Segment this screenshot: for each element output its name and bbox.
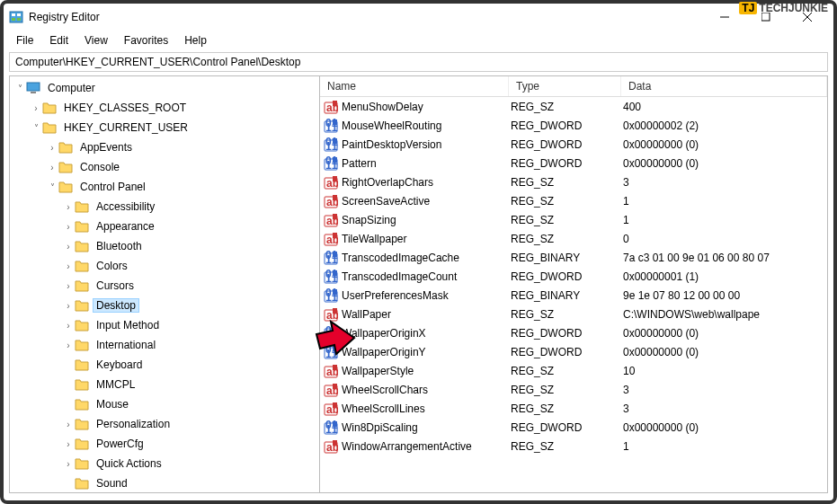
list-body[interactable]: abMenuShowDelayREG_SZ400011110MouseWheel… — [320, 97, 827, 492]
chevron-icon[interactable]: › — [62, 340, 75, 350]
svg-rect-9 — [27, 83, 40, 91]
tree-label: Colors — [93, 259, 131, 273]
value-data: 0x00000000 (0) — [623, 157, 827, 170]
svg-rect-10 — [31, 92, 36, 93]
value-type: REG_SZ — [511, 101, 623, 113]
tree-item[interactable]: ˅Computer — [10, 78, 319, 98]
menu-favorites[interactable]: Favorites — [117, 32, 175, 49]
list-row[interactable]: 011110TranscodedImageCacheREG_BINARY7a c… — [320, 248, 827, 267]
tree-item[interactable]: Keyboard — [10, 355, 319, 375]
menu-edit[interactable]: Edit — [42, 32, 76, 49]
binary-value-icon: 011110 — [324, 345, 338, 359]
list-row[interactable]: 011110WallpaperOriginXREG_DWORD0x0000000… — [320, 323, 827, 342]
list-row[interactable]: 011110UserPreferencesMaskREG_BINARY9e 1e… — [320, 286, 827, 305]
value-type: REG_DWORD — [511, 270, 623, 283]
tree-item[interactable]: ›Accessibility — [10, 197, 319, 217]
list-row[interactable]: 011110PaintDesktopVersionREG_DWORD0x0000… — [320, 135, 827, 154]
tree-label: Appearance — [93, 219, 158, 234]
tree-item[interactable]: ›Desktop — [10, 296, 319, 315]
list-row[interactable]: abWindowArrangementActiveREG_SZ1 — [320, 437, 827, 455]
chevron-icon[interactable]: ˅ — [46, 182, 58, 192]
chevron-icon[interactable]: › — [62, 202, 75, 212]
tree-item[interactable]: ›Cursors — [10, 276, 319, 296]
svg-rect-3 — [12, 18, 15, 21]
value-type: REG_DWORD — [511, 119, 623, 132]
svg-rect-37 — [333, 233, 337, 238]
value-name: WindowArrangementActive — [342, 440, 511, 453]
tree-item[interactable]: ˅Control Panel — [10, 177, 319, 197]
tree-item[interactable]: ›Input Method — [10, 315, 319, 335]
tree-item[interactable]: Mouse — [10, 394, 319, 414]
value-data: 3 — [623, 384, 827, 396]
list-row[interactable]: abTileWallpaperREG_SZ0 — [320, 229, 827, 248]
chevron-icon[interactable]: › — [62, 242, 75, 252]
value-type: REG_SZ — [511, 176, 623, 189]
menubar: File Edit View Favorites Help — [4, 31, 833, 50]
menu-file[interactable]: File — [9, 32, 40, 49]
col-name[interactable]: Name — [320, 76, 509, 96]
col-data[interactable]: Data — [621, 76, 827, 96]
tree-item[interactable]: Sound — [10, 473, 319, 492]
folder-icon — [75, 240, 89, 252]
tree-item[interactable]: ›Quick Actions — [10, 454, 319, 473]
chevron-icon[interactable]: › — [62, 301, 75, 311]
tree-item[interactable]: MMCPL — [10, 375, 319, 394]
list-row[interactable]: abWallpaperStyleREG_SZ10 — [320, 361, 827, 380]
svg-rect-49 — [333, 289, 337, 295]
value-name: Win8DpiScaling — [342, 421, 511, 434]
value-name: SnapSizing — [342, 214, 511, 226]
list-row[interactable]: abWheelScrollCharsREG_SZ3 — [320, 380, 827, 399]
list-row[interactable]: abSnapSizingREG_SZ1 — [320, 210, 827, 229]
chevron-icon[interactable]: › — [30, 103, 42, 113]
value-data: 400 — [623, 101, 827, 113]
string-value-icon: ab — [324, 383, 338, 397]
list-row[interactable]: 011110WallpaperOriginYREG_DWORD0x0000000… — [320, 342, 827, 361]
menu-help[interactable]: Help — [177, 32, 214, 49]
menu-view[interactable]: View — [77, 32, 115, 49]
chevron-icon[interactable]: › — [46, 143, 58, 153]
folder-icon — [75, 457, 89, 470]
chevron-icon[interactable]: › — [46, 163, 58, 172]
binary-value-icon: 011110 — [324, 420, 338, 435]
chevron-icon[interactable]: › — [62, 281, 75, 291]
chevron-icon[interactable]: ˅ — [13, 84, 26, 93]
value-type: REG_SZ — [511, 195, 623, 208]
tree-item[interactable]: ›Colors — [10, 256, 319, 276]
list-row[interactable]: abScreenSaveActiveREG_SZ1 — [320, 191, 827, 210]
list-row[interactable]: 011110PatternREG_DWORD0x00000000 (0) — [320, 154, 827, 172]
chevron-icon[interactable]: ˅ — [30, 123, 42, 133]
svg-rect-69 — [333, 402, 337, 408]
chevron-icon[interactable]: › — [62, 222, 75, 232]
tree-item[interactable]: ›Bluetooth — [10, 236, 319, 256]
tree-item[interactable]: ˅HKEY_CURRENT_USER — [10, 118, 319, 137]
list-row[interactable]: 011110Win8DpiScalingREG_DWORD0x00000000 … — [320, 418, 827, 437]
value-type: REG_DWORD — [511, 157, 623, 170]
chevron-icon[interactable]: › — [62, 459, 75, 469]
list-row[interactable]: abWallPaperREG_SZC:\WINDOWS\web\wallpape — [320, 305, 827, 323]
list-row[interactable]: abMenuShowDelayREG_SZ400 — [320, 97, 827, 116]
svg-rect-13 — [333, 101, 337, 106]
tree-item[interactable]: ›Personalization — [10, 414, 319, 434]
tree-item[interactable]: ›Appearance — [10, 217, 319, 236]
chevron-icon[interactable]: › — [62, 261, 75, 271]
chevron-icon[interactable]: › — [62, 321, 75, 331]
folder-icon — [75, 220, 89, 233]
tree-item[interactable]: ›International — [10, 335, 319, 355]
list-row[interactable]: abRightOverlapCharsREG_SZ3 — [320, 172, 827, 191]
col-type[interactable]: Type — [509, 76, 621, 96]
svg-rect-1 — [12, 13, 15, 16]
tree-item[interactable]: ›PowerCfg — [10, 434, 319, 454]
address-bar[interactable]: Computer\HKEY_CURRENT_USER\Control Panel… — [9, 52, 828, 72]
list-row[interactable]: 011110MouseWheelRoutingREG_DWORD0x000000… — [320, 116, 827, 135]
value-type: REG_SZ — [511, 308, 623, 321]
tree-label: Quick Actions — [93, 456, 165, 471]
tree-item[interactable]: ›Console — [10, 157, 319, 177]
chevron-icon[interactable]: › — [62, 439, 75, 449]
chevron-icon[interactable]: › — [62, 420, 75, 429]
tree-pane[interactable]: ˅Computer›HKEY_CLASSES_ROOT˅HKEY_CURRENT… — [10, 76, 320, 492]
tree-item[interactable]: ›AppEvents — [10, 137, 319, 157]
tree-item[interactable]: ›HKEY_CLASSES_ROOT — [10, 98, 319, 118]
list-row[interactable]: abWheelScrollLinesREG_SZ3 — [320, 399, 827, 418]
folder-icon — [75, 477, 89, 490]
list-row[interactable]: 011110TranscodedImageCountREG_DWORD0x000… — [320, 267, 827, 286]
